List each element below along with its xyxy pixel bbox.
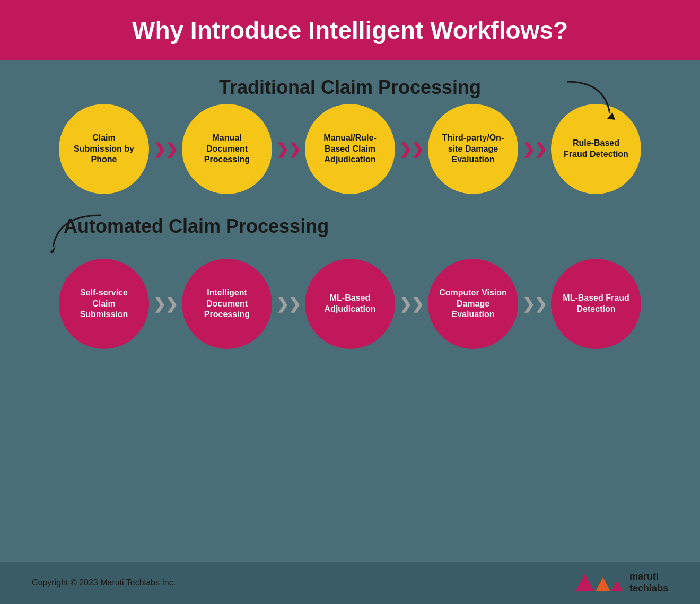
logo-area: maruti techlabs <box>575 571 668 594</box>
automated-step-3: ML-Based Adjudication <box>305 259 395 349</box>
arrow-3: ❯❯ <box>399 141 424 158</box>
logo-line2: techlabs <box>629 583 668 594</box>
traditional-step-1: Claim Submission by Phone <box>59 104 149 194</box>
svg-marker-1 <box>50 246 56 253</box>
logo-triangle-1 <box>575 574 594 591</box>
traditional-title: Traditional Claim Processing <box>219 76 481 99</box>
traditional-step-4: Third-party/On-site Damage Evaluation <box>428 104 518 194</box>
logo-line1: maruti <box>629 571 668 583</box>
arrow-a4: ❯❯ <box>522 295 547 313</box>
automated-step-5: ML-Based Fraud Detection <box>551 259 641 349</box>
automated-step-2: Intelligent Document Processing <box>182 259 272 349</box>
copyright-text: Copyright © 2023 Maruti Techlabs Inc. <box>32 578 176 588</box>
curve-arrow-left <box>42 210 106 260</box>
logo-triangle-3 <box>611 581 623 591</box>
arrow-2: ❯❯ <box>276 141 301 158</box>
traditional-step-2: Manual Document Processing <box>182 104 272 194</box>
curve-arrow-right <box>562 76 626 126</box>
automated-title-row: Automated Claim Processing <box>32 215 668 253</box>
arrow-4: ❯❯ <box>522 141 547 158</box>
automated-flow: Self-service Claim Submission ❯❯ Intelli… <box>32 259 668 349</box>
traditional-step-3: Manual/Rule-Based Claim Adjudication <box>305 104 395 194</box>
footer: Copyright © 2023 Maruti Techlabs Inc. ma… <box>0 562 700 604</box>
traditional-section: Traditional Claim Processing Claim Submi… <box>32 76 668 194</box>
automated-step-1: Self-service Claim Submission <box>59 259 149 349</box>
arrow-a1: ❯❯ <box>153 295 178 313</box>
arrow-a2: ❯❯ <box>276 295 301 313</box>
arrow-a3: ❯❯ <box>399 295 424 313</box>
page-title: Why Introduce Intelligent Workflows? <box>11 16 689 45</box>
page-header: Why Introduce Intelligent Workflows? <box>0 0 700 60</box>
automated-section: Automated Claim Processing Self-service … <box>32 215 668 349</box>
automated-step-4: Computer Vision Damage Evaluation <box>428 259 518 349</box>
arrow-1: ❯❯ <box>153 141 178 158</box>
logo-text: maruti techlabs <box>629 571 668 594</box>
svg-marker-0 <box>607 112 615 120</box>
logo-shapes <box>575 574 623 591</box>
traditional-title-row: Traditional Claim Processing <box>32 76 668 99</box>
main-content: Traditional Claim Processing Claim Submi… <box>0 60 700 360</box>
logo-triangle-2 <box>596 577 610 591</box>
